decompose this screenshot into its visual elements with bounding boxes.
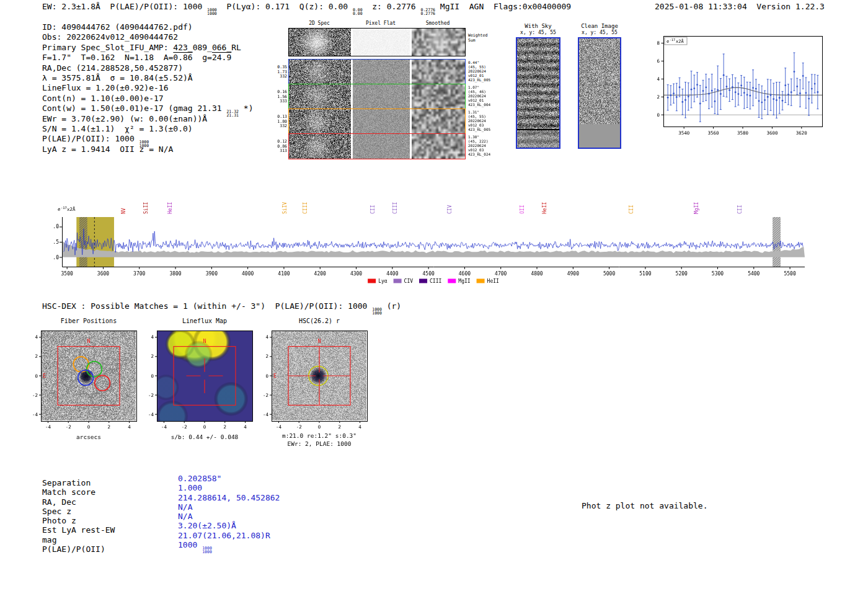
text-segment: N/A [178, 512, 192, 521]
spec2d-row: WeightedSum [288, 28, 466, 56]
text-segment: g= [193, 53, 212, 62]
stacked-fraction: 0.27760.2776 [421, 8, 435, 16]
text-segment: RA,Dec (214.288528,50.452877) [42, 63, 183, 73]
text-segment: HSC-DEX : Possible Matches = 1 (within +… [42, 301, 372, 311]
info-line: EWr = 3.70(±2.90) (w: 0.00(±nan))Å [42, 114, 253, 124]
spec2d-cutout-image [353, 134, 410, 159]
text-segment: S/N = 1.4(±1.1) χ² = 1.3(±0.0) [42, 124, 193, 133]
lineflux-map-title: Lineflux Map [182, 318, 227, 324]
stacked-fraction: 21.3221.31 [226, 110, 239, 117]
info-line: Cont(w) = 1.50(±0.01)e-17 (gmag 21.31 21… [42, 104, 253, 113]
with-sky-title: With Sky [525, 23, 551, 29]
info-line: RA,Dec (214.288528,50.452877) [42, 63, 253, 73]
hsc-dex-summary: HSC-DEX : Possible Matches = 1 (within +… [42, 301, 401, 315]
lineflux-caption: s/b: 0.44 +/- 0.048 [171, 433, 239, 440]
clean-image [578, 37, 621, 149]
text-segment: N/A [178, 502, 192, 512]
match-value: N/A [178, 502, 280, 512]
spec2d-cutout-image [289, 60, 351, 84]
lineflux-map-plot [133, 327, 257, 445]
match-label: Photo z [42, 516, 115, 525]
match-label: RA, Dec [42, 497, 115, 507]
spec2d-cutout-image [289, 134, 351, 159]
info-line: Primary Spec_Slot_IFU_AMP: 423_089_066_R… [42, 43, 253, 53]
photz-note: Phot z plot not available. [582, 501, 708, 510]
text-segment: 3.20(±2.50)Å [178, 521, 236, 530]
clean-image-title: Clean Image [581, 23, 618, 29]
spec2d-col-header: 2D Spec [309, 20, 330, 26]
spec2d-cutout-image [289, 109, 351, 134]
info-line: LyA z = 1.9414 OII z = N/A [42, 144, 253, 154]
spec2d-row-weights: 0.351.73332 [271, 65, 287, 79]
match-label: Match score [42, 487, 115, 497]
text-segment: MgII AGN Flags:0x00400009 [435, 2, 571, 11]
spec2d-row-annotation: 1.31"(45, 55)20220624v012_03423_RL_005 [468, 110, 513, 131]
full-spectrum-plot [53, 185, 815, 291]
spec2d-cutout-image [412, 60, 465, 84]
text-segment: Obs: 20220624v012_4090444762 [42, 32, 178, 42]
spec2d-cutout-image [412, 109, 465, 134]
hsc-cutout-title: HSC(26.2) r [299, 318, 340, 324]
text-segment: 24.9 [212, 53, 231, 62]
text-segment: LyA z = 1.9414 OII z = N/A [42, 144, 173, 154]
text-segment: EWr = 3.70(±2.90) (w: 0.00(±nan))Å [42, 114, 207, 123]
match-value: 1.000 [178, 483, 280, 492]
spec2d-cutout-grid: WeightedSum0.351.733320.44"(45, 55)20220… [288, 28, 464, 161]
text-segment: P(Lyα): 0.171 Q(z): 0.00 [217, 2, 353, 11]
spec2d-cutout-image [353, 60, 410, 84]
with-sky-coords: x, y: 45, 55 [520, 30, 556, 35]
spec2d-row-annotation: 1.30"(45, 222)20220624v012_03423_RL_024 [468, 135, 513, 156]
text-segment: 1.000 [178, 483, 202, 492]
match-value: 0.202858" [178, 474, 280, 483]
text-segment: LineFlux = 1.20(±0.92)e-16 [42, 83, 169, 92]
info-line: F=1.7" T=0.162 N=1.18 A=0.86 g=24.9 [42, 53, 253, 63]
info-line: Cont(n) = 1.10(±0.00)e-17 [42, 94, 253, 104]
match-label: mag [42, 535, 115, 544]
spec2d-cutout-image [289, 29, 351, 56]
stacked-fraction: 0.000.00 [353, 8, 363, 16]
text-segment: EW: 2.3±1.8Å P(LAE)/P(OII): 1000 [42, 2, 207, 11]
info-line: Obs: 20220624v012_4090444762 [42, 32, 253, 42]
spec2d-row-weights: 0.161.56333 [271, 90, 287, 104]
text-segment: 214.288614, 50.452862 [178, 493, 280, 502]
spec2d-cutout-image [412, 84, 465, 109]
spec2d-col-header: Pixel Flat [366, 20, 396, 26]
spec2d-cutout-image [412, 29, 465, 56]
text-segment: (r) [382, 301, 401, 311]
info-line: λ = 3575.81Å σ = 10.84(±5.52)Å [42, 73, 253, 83]
spec2d-col-header: Smoothed [426, 20, 450, 26]
match-value: N/A [178, 512, 280, 521]
match-label: P(LAE)/P(OII) [42, 544, 115, 554]
hsc-caption-1: m:21.0 re:1.2" s:0.3" [282, 432, 356, 439]
clean-image-coords: x, y: 45, 55 [582, 30, 618, 35]
text-segment: Cont(n) = 1.10(±0.00)e-17 [42, 94, 164, 103]
stacked-fraction: 10001000 [207, 8, 217, 16]
spec2d-row-weights: 0.120.86313 [271, 140, 287, 154]
spec2d-row-annotation: 1.07"(45, 46)20220624v012_01423_RL_004 [468, 85, 513, 107]
text-segment: ID: 4090444762 (4090444762.pdf) [42, 22, 193, 32]
info-line: LineFlux = 1.20(±0.92)e-16 [42, 83, 253, 93]
spec2d-cutout-image [289, 84, 351, 109]
text-segment: 21.07(21.06,21.08)R [178, 531, 270, 540]
line-fit-plot [645, 30, 826, 144]
fiber-positions-title: Fiber Positions [61, 318, 117, 324]
fiber-positions-plot [17, 327, 141, 445]
match-value: 214.288614, 50.452862 [178, 493, 280, 502]
text-segment: P(LAE)/P(OII): 1000 [42, 134, 140, 143]
spec2d-cutout-image [353, 109, 410, 134]
detection-info-block: ID: 4090444762 (4090444762.pdf)Obs: 2022… [42, 22, 253, 154]
report-page: EW: 2.3±1.8Å P(LAE)/P(OII): 1000 1000100… [0, 0, 868, 591]
stacked-fraction: 10001000 [202, 546, 212, 554]
match-label: Spec z [42, 507, 115, 516]
spec2d-cutout-image [353, 84, 410, 109]
match-table-values: 0.202858"1.000214.288614, 50.452862N/AN/… [178, 474, 280, 549]
text-segment: Cont(w) = 1.50(±0.01)e-17 (gmag 21.31 [42, 104, 226, 113]
summary-header: EW: 2.3±1.8Å P(LAE)/P(OII): 1000 1000100… [42, 2, 571, 16]
text-segment: λ = 3575.81Å σ = 10.84(±5.52)Å [42, 73, 193, 82]
info-line: P(LAE)/P(OII): 1000 10001000 [42, 134, 253, 144]
info-line: ID: 4090444762 (4090444762.pdf) [42, 22, 253, 32]
text-segment: *) [239, 104, 253, 113]
spec2d-row: 0.161.563331.07"(45, 46)20220624v012_014… [288, 84, 466, 110]
text-segment: F=1.7" T=0.162 N=1.18 A= [42, 53, 173, 62]
spec2d-row: 0.351.733320.44"(45, 55)20220624v012_014… [288, 59, 466, 85]
